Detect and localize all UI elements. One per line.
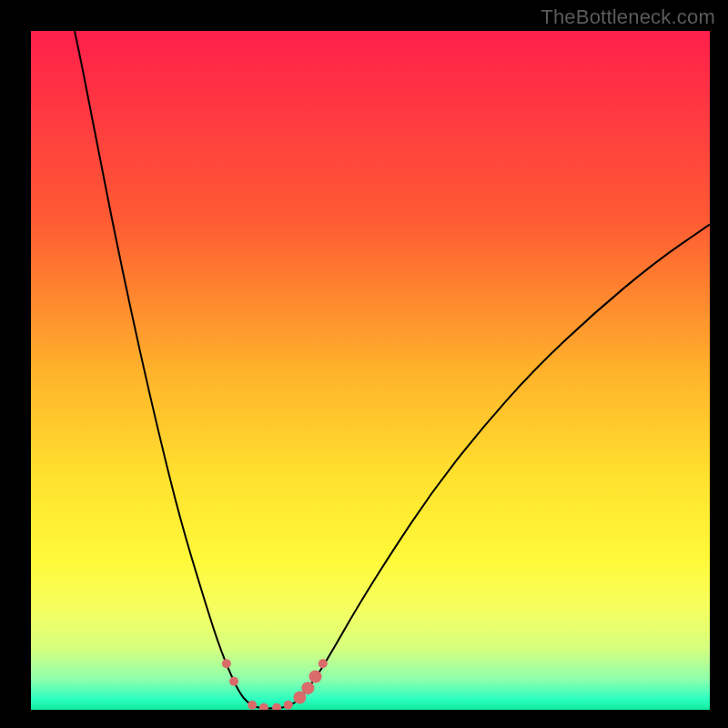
threshold-markers — [222, 659, 328, 710]
marker-dot — [301, 682, 314, 694]
marker-dot — [229, 677, 238, 686]
marker-dot — [248, 701, 257, 710]
marker-dot — [284, 701, 293, 710]
bottleneck-curve — [72, 31, 710, 709]
marker-dot — [318, 659, 328, 668]
plot-area — [31, 31, 710, 710]
marker-dot — [259, 703, 268, 710]
curve-layer — [31, 31, 710, 710]
marker-dot — [272, 703, 281, 710]
chart-frame: TheBottleneck.com — [0, 0, 728, 728]
marker-dot — [309, 670, 322, 682]
marker-dot — [222, 659, 231, 668]
watermark-text: TheBottleneck.com — [541, 5, 715, 29]
